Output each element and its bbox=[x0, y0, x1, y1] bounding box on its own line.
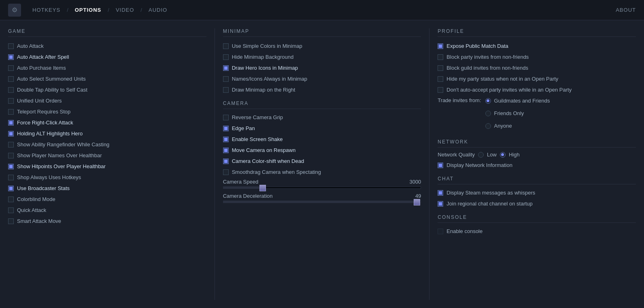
option-row-join-regional-chat: Join regional chat channel on startup bbox=[438, 199, 636, 208]
option-row-auto-attack: Auto Attack bbox=[8, 42, 206, 50]
checkbox-auto-attack[interactable] bbox=[8, 43, 14, 49]
option-label-display-steam-messages: Display Steam messages as whispers bbox=[446, 190, 535, 196]
option-row-reverse-camera-grip: Reverse Camera Grip bbox=[223, 113, 421, 122]
game-section-title: GAME bbox=[8, 28, 206, 37]
checkbox-quick-attack[interactable] bbox=[8, 207, 14, 213]
nav-sep-2: / bbox=[108, 7, 109, 13]
network-quality-label: Network Quality bbox=[438, 152, 475, 158]
camera-speed-track[interactable] bbox=[223, 186, 421, 189]
network-section-title: NETWORK bbox=[438, 139, 636, 148]
option-row-smoothdrag-camera: Smoothdrag Camera when Spectating bbox=[223, 168, 421, 176]
option-label-names-icons-always: Names/Icons Always in Minimap bbox=[232, 76, 307, 82]
option-row-block-party-invites: Block party invites from non-friends bbox=[438, 53, 636, 61]
nav-audio[interactable]: AUDIO bbox=[145, 5, 170, 15]
checkbox-draw-hero-icons[interactable] bbox=[223, 65, 229, 71]
checkbox-unified-unit-orders[interactable] bbox=[8, 98, 14, 104]
checkbox-expose-public-match[interactable] bbox=[438, 43, 443, 49]
nav-video[interactable]: VIDEO bbox=[113, 5, 137, 15]
checkbox-display-network-info[interactable] bbox=[438, 163, 443, 168]
nav-hotkeys[interactable]: HOTKEYS bbox=[29, 5, 64, 15]
checkbox-holding-alt-highlights-hero[interactable] bbox=[8, 131, 14, 137]
checkbox-hide-minimap-bg[interactable] bbox=[223, 54, 229, 60]
nav-about[interactable]: ABOUT bbox=[616, 7, 636, 13]
network-quality-high-label: High bbox=[509, 152, 520, 158]
nav-options[interactable]: OPTIONS bbox=[72, 5, 105, 15]
option-label-show-ability-rangefinder: Show Ability Rangefinder While Casting bbox=[17, 141, 109, 148]
option-row-use-broadcaster-stats: Use Broadcaster Stats bbox=[8, 184, 206, 192]
checkbox-colorblind-mode[interactable] bbox=[8, 197, 14, 202]
option-row-names-icons-always: Names/Icons Always in Minimap bbox=[223, 75, 421, 83]
profile-options-list: Expose Public Match DataBlock party invi… bbox=[438, 42, 636, 94]
checkbox-draw-minimap-right[interactable] bbox=[223, 87, 229, 93]
checkbox-camera-color-shift[interactable] bbox=[223, 158, 229, 164]
checkbox-simple-colors[interactable] bbox=[223, 43, 229, 49]
checkbox-smart-attack-move[interactable] bbox=[8, 218, 14, 224]
option-label-block-party-invites: Block party invites from non-friends bbox=[446, 54, 529, 60]
checkbox-display-steam-messages[interactable] bbox=[438, 190, 443, 196]
checkbox-show-hitpoints[interactable] bbox=[8, 164, 14, 169]
option-label-smart-attack-move: Smart Attack Move bbox=[17, 218, 61, 224]
option-label-teleport-requires-stop: Teleport Requires Stop bbox=[17, 109, 70, 115]
checkbox-use-broadcaster-stats[interactable] bbox=[8, 186, 14, 191]
radio-guildmates-friends[interactable] bbox=[485, 98, 491, 104]
trade-options-list: Guildmates and FriendsFriends OnlyAnyone bbox=[485, 96, 550, 133]
checkbox-teleport-requires-stop[interactable] bbox=[8, 109, 14, 115]
checkbox-move-camera-respawn[interactable] bbox=[223, 148, 229, 153]
checkbox-force-right-click-attack[interactable] bbox=[8, 120, 14, 126]
camera-deceleration-slider: Camera Deceleration 49 bbox=[223, 193, 421, 203]
option-label-enable-console: Enable console bbox=[446, 228, 482, 234]
option-row-simple-colors: Use Simple Colors in Minimap bbox=[223, 42, 421, 50]
checkbox-auto-purchase-items[interactable] bbox=[8, 65, 14, 71]
radio-friends-only[interactable] bbox=[485, 111, 491, 116]
app-logo: ⚙ bbox=[8, 4, 21, 17]
option-label-draw-hero-icons: Draw Hero Icons in Minimap bbox=[232, 65, 298, 71]
checkbox-reverse-camera-grip[interactable] bbox=[223, 115, 229, 120]
checkbox-shop-always-uses-hotkeys[interactable] bbox=[8, 175, 14, 180]
chat-options-list: Display Steam messages as whispersJoin r… bbox=[438, 188, 636, 208]
option-label-show-player-names: Show Player Names Over Healthbar bbox=[17, 152, 102, 158]
checkbox-show-ability-rangefinder[interactable] bbox=[8, 142, 14, 148]
option-row-move-camera-respawn: Move Camera on Respawn bbox=[223, 146, 421, 154]
radio-anyone[interactable] bbox=[485, 123, 491, 129]
checkbox-hide-party-status[interactable] bbox=[438, 76, 443, 82]
option-row-force-right-click-attack: Force Right-Click Attack bbox=[8, 118, 206, 127]
camera-section-title: CAMERA bbox=[223, 101, 421, 109]
network-quality-low-radio[interactable] bbox=[478, 152, 484, 158]
network-quality-low-label: Low bbox=[487, 152, 497, 158]
option-row-teleport-requires-stop: Teleport Requires Stop bbox=[8, 107, 206, 116]
trade-label-guildmates-friends: Guildmates and Friends bbox=[494, 98, 550, 104]
checkbox-enable-screen-shake[interactable] bbox=[223, 137, 229, 142]
checkbox-block-guild-invites[interactable] bbox=[438, 65, 443, 71]
camera-deceleration-track[interactable] bbox=[223, 201, 421, 203]
network-quality-high-radio[interactable] bbox=[500, 152, 506, 158]
option-label-use-broadcaster-stats: Use Broadcaster Stats bbox=[17, 185, 70, 191]
option-label-draw-minimap-right: Draw Minimap on the Right bbox=[232, 87, 295, 93]
camera-deceleration-label: Camera Deceleration bbox=[223, 193, 273, 199]
checkbox-block-party-invites[interactable] bbox=[438, 54, 443, 60]
option-row-auto-attack-after-spell: Auto Attack After Spell bbox=[8, 53, 206, 61]
checkbox-no-auto-accept-party[interactable] bbox=[438, 87, 443, 93]
checkbox-join-regional-chat[interactable] bbox=[438, 201, 443, 207]
camera-decel-thumb[interactable] bbox=[414, 199, 420, 205]
checkbox-show-player-names[interactable] bbox=[8, 153, 14, 158]
option-row-block-guild-invites: Block guild invites from non-friends bbox=[438, 64, 636, 72]
minimap-section-title: MINIMAP bbox=[223, 28, 421, 37]
option-label-join-regional-chat: Join regional chat channel on startup bbox=[446, 201, 532, 207]
checkbox-auto-select-summoned-units[interactable] bbox=[8, 76, 14, 82]
checkbox-names-icons-always[interactable] bbox=[223, 76, 229, 82]
option-row-enable-console: Enable console bbox=[438, 227, 636, 235]
option-row-edge-pan: Edge Pan bbox=[223, 124, 421, 133]
option-label-display-network-info: Display Network Information bbox=[446, 162, 512, 168]
checkbox-auto-attack-after-spell[interactable] bbox=[8, 54, 14, 60]
option-row-draw-minimap-right: Draw Minimap on the Right bbox=[223, 86, 421, 94]
camera-speed-thumb[interactable] bbox=[259, 185, 266, 191]
option-label-unified-unit-orders: Unified Unit Orders bbox=[17, 98, 62, 104]
nav-sep-3: / bbox=[140, 7, 142, 13]
checkbox-double-tap-ability-self-cast[interactable] bbox=[8, 87, 14, 93]
option-row-show-ability-rangefinder: Show Ability Rangefinder While Casting bbox=[8, 140, 206, 149]
camera-options-list: Reverse Camera GripEdge PanEnable Screen… bbox=[223, 113, 421, 176]
option-label-block-guild-invites: Block guild invites from non-friends bbox=[446, 65, 528, 71]
checkbox-edge-pan[interactable] bbox=[223, 126, 229, 131]
checkbox-smoothdrag-camera[interactable] bbox=[223, 169, 229, 175]
main-content: GAME Auto AttackAuto Attack After SpellA… bbox=[0, 20, 644, 308]
